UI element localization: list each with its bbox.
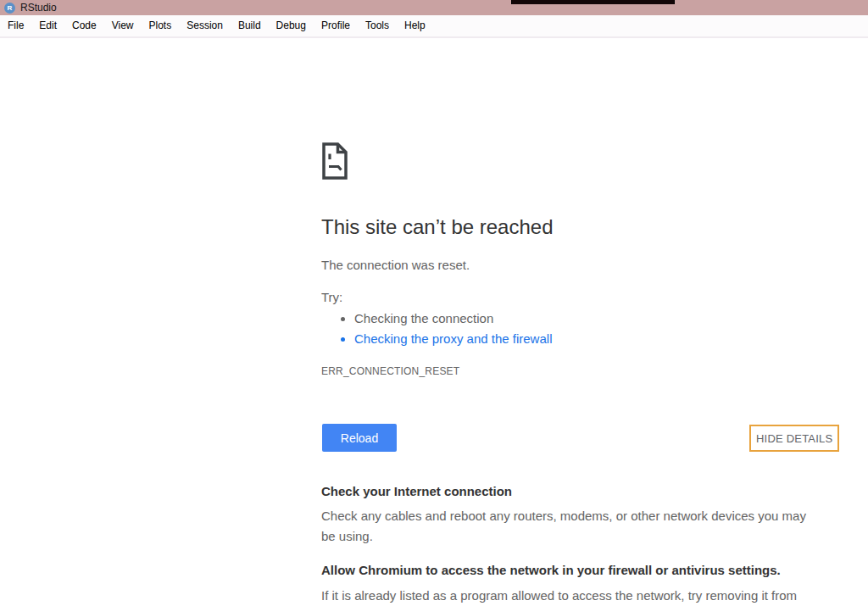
detail-body-firewall-antivirus: If it is already listed as a program all…	[321, 586, 817, 606]
detail-heading-firewall-antivirus: Allow Chromium to access the network in …	[321, 562, 781, 579]
menu-view[interactable]: View	[104, 15, 142, 36]
sad-file-icon	[322, 142, 348, 180]
error-title: This site can’t be reached	[321, 214, 553, 240]
window-titlebar: R RStudio	[0, 0, 868, 15]
suggestion-text: Checking the connection	[354, 311, 493, 325]
suggestion-proxy-firewall-link[interactable]: Checking the proxy and the firewall	[354, 329, 552, 349]
menu-session[interactable]: Session	[179, 15, 231, 36]
window-title: RStudio	[20, 0, 57, 15]
proxy-firewall-link[interactable]: Checking the proxy and the firewall	[354, 331, 552, 346]
suggestions-label: Try:	[321, 289, 342, 306]
menu-tools[interactable]: Tools	[358, 15, 397, 36]
menu-edit[interactable]: Edit	[31, 15, 64, 36]
error-message: The connection was reset.	[321, 257, 470, 274]
hide-details-button[interactable]: HIDE DETAILS	[749, 425, 839, 452]
menu-code[interactable]: Code	[64, 15, 104, 36]
menu-build[interactable]: Build	[231, 15, 269, 36]
detail-body-internet-connection: Check any cables and reboot any routers,…	[321, 506, 817, 547]
detail-heading-internet-connection: Check your Internet connection	[321, 483, 512, 500]
menu-help[interactable]: Help	[397, 15, 433, 36]
suggestion-check-connection: Checking the connection	[354, 309, 552, 329]
error-code: ERR_CONNECTION_RESET	[321, 365, 459, 377]
overlapping-window-edge	[511, 0, 675, 4]
suggestions-list: Checking the connection Checking the pro…	[321, 309, 552, 349]
reload-button[interactable]: Reload	[322, 424, 397, 452]
menu-debug[interactable]: Debug	[269, 15, 314, 36]
menubar: File Edit Code View Plots Session Build …	[0, 15, 868, 38]
menu-file[interactable]: File	[0, 15, 31, 36]
rstudio-app-icon: R	[4, 3, 15, 14]
error-page: This site can’t be reached The connectio…	[0, 40, 868, 606]
menu-plots[interactable]: Plots	[142, 15, 180, 36]
menu-profile[interactable]: Profile	[314, 15, 358, 36]
